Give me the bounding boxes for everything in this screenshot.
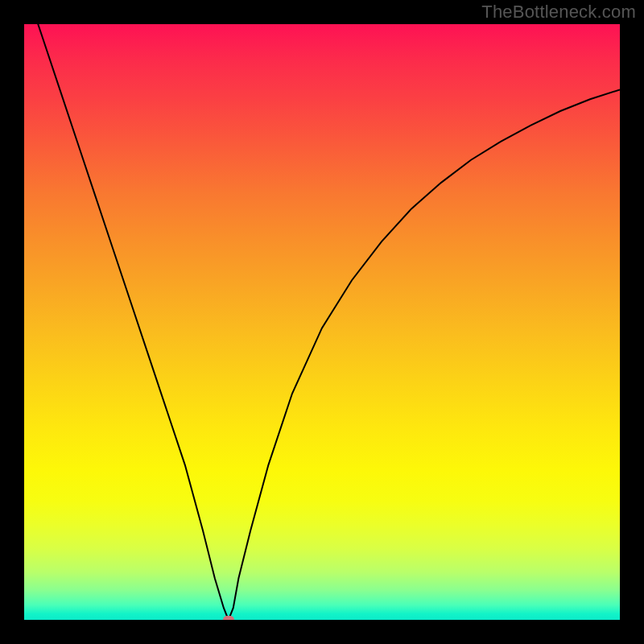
minimum-marker <box>223 616 234 620</box>
chart-frame: TheBottleneck.com <box>0 0 644 644</box>
plot-area <box>24 24 620 620</box>
bottleneck-curve <box>24 24 620 620</box>
curve-svg <box>24 24 620 620</box>
watermark-text: TheBottleneck.com <box>481 2 636 23</box>
